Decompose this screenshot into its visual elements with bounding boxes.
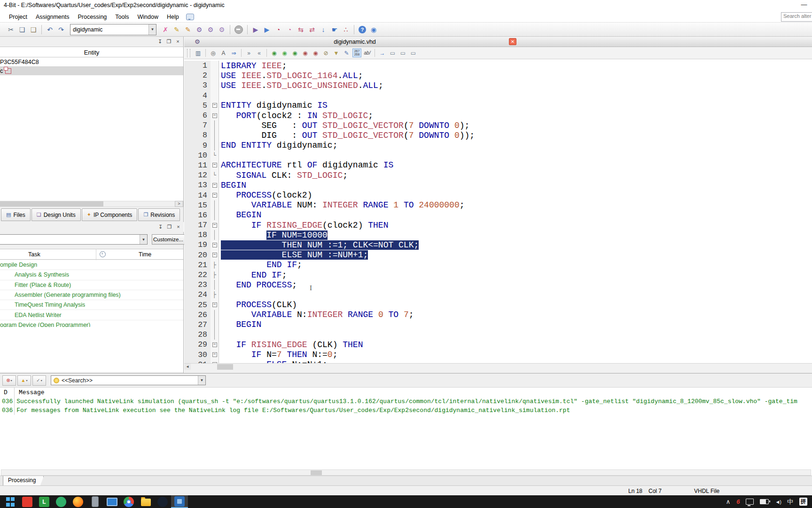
menu-window[interactable]: Window bbox=[133, 13, 163, 21]
code-line-11[interactable]: 11−ARCHITECTURE rtl OF digidynamic IS bbox=[184, 160, 812, 170]
fold-collapse-icon[interactable]: − bbox=[212, 193, 217, 198]
code-line-17[interactable]: 17− IF RISING_EDGE(clock2) THEN bbox=[184, 220, 812, 230]
minimize-button[interactable]: — bbox=[798, 1, 810, 9]
code-line-5[interactable]: 5−ENTITY digidynamic IS bbox=[184, 101, 812, 111]
fold-collapse-icon[interactable]: − bbox=[212, 352, 217, 357]
message-row[interactable]: 036 Successfully launched NativeLink sim… bbox=[0, 398, 812, 407]
code-line-27[interactable]: 27 BEGIN bbox=[184, 320, 812, 330]
entity-column-header[interactable]: Entity bbox=[0, 47, 183, 57]
code-line-28[interactable]: 28 bbox=[184, 330, 812, 340]
frame-mid-icon[interactable]: ▭ bbox=[398, 48, 407, 57]
code-line-24[interactable]: 24├ bbox=[184, 290, 812, 300]
taskbar-app-chrome[interactable] bbox=[120, 495, 137, 508]
taskbar-app-app-red[interactable] bbox=[19, 495, 36, 508]
taskbar-app-explorer[interactable] bbox=[137, 495, 154, 508]
outdent-icon[interactable]: « bbox=[255, 48, 264, 57]
task-row[interactable]: EDA Netlist Writer bbox=[0, 310, 183, 320]
task-row[interactable]: Fitter (Place & Route) bbox=[0, 280, 183, 290]
programmer-icon[interactable]: ↓ bbox=[318, 24, 328, 35]
close-tab-icon[interactable]: ✕ bbox=[509, 38, 516, 45]
fold-collapse-icon[interactable]: − bbox=[212, 223, 217, 228]
code-line-26[interactable]: 26 VARIABLE N:INTEGER RANGE 0 TO 7; bbox=[184, 310, 812, 320]
code-line-2[interactable]: 2USE IEEE.STD_LOGIC_1164.ALL; bbox=[184, 71, 812, 80]
indent-icon[interactable]: » bbox=[244, 48, 253, 57]
task-row[interactable]: Assembler (Generate programming files) bbox=[0, 290, 183, 300]
resource-icon[interactable]: ☛ bbox=[329, 24, 340, 35]
tab-scroll-right-button[interactable]: > bbox=[175, 201, 183, 207]
code-line-29[interactable]: 29− IF RISING_EDGE (CLK) THEN bbox=[184, 340, 812, 349]
tray-ime-zh-icon[interactable]: 中 bbox=[787, 498, 793, 506]
float-icon[interactable]: ❐ bbox=[165, 38, 172, 45]
code-line-31[interactable]: 31− ELSE N:=N+1; bbox=[184, 360, 812, 363]
comment-icon[interactable]: ◉ bbox=[270, 48, 279, 57]
start-compilation-icon[interactable]: ▶ bbox=[250, 24, 261, 35]
customize-button[interactable]: Customize... bbox=[152, 234, 185, 245]
message-search-combo[interactable]: <<Search>> ▼ bbox=[51, 375, 206, 385]
code-line-10[interactable]: 10└ bbox=[184, 151, 812, 160]
bookmark-add-icon[interactable]: ◉ bbox=[290, 48, 299, 57]
timequest-icon[interactable]: ◔ bbox=[273, 24, 283, 35]
code-line-13[interactable]: 13−BEGIN bbox=[184, 180, 812, 190]
pin-icon[interactable]: ↧ bbox=[156, 38, 164, 45]
settings-icon[interactable]: ⚙ bbox=[194, 24, 204, 35]
code-line-16[interactable]: 16 BEGIN bbox=[184, 210, 812, 220]
code-line-12[interactable]: 12└ SIGNAL CLK: STD_LOGIC; bbox=[184, 170, 812, 180]
fold-collapse-icon[interactable]: − bbox=[212, 302, 217, 307]
filter-info-button[interactable]: ✓▾ bbox=[32, 375, 46, 386]
task-row[interactable]: TimeQuest Timing Analysis bbox=[0, 300, 183, 310]
frame-top-icon[interactable]: ▭ bbox=[388, 48, 397, 57]
messages-hscrollbar[interactable] bbox=[1, 469, 811, 476]
template-icon[interactable]: ▼ bbox=[332, 48, 341, 57]
fold-collapse-icon[interactable]: − bbox=[212, 183, 217, 188]
tab-processing[interactable]: Processing bbox=[3, 476, 44, 486]
code-line-15[interactable]: 15 VARIABLE NUM: INTEGER RANGE 1 TO 2400… bbox=[184, 200, 812, 210]
entity-row[interactable]: P3C55F484C8 bbox=[0, 57, 183, 66]
menu-help[interactable]: Help bbox=[163, 13, 183, 21]
chevron-down-icon[interactable]: ▼ bbox=[148, 24, 156, 35]
frame-bottom-icon[interactable]: ▭ bbox=[409, 48, 418, 57]
close-icon[interactable]: × bbox=[174, 38, 181, 45]
code-line-19[interactable]: 19− THEN NUM :=1; CLK<=NOT CLK; bbox=[184, 240, 812, 250]
fold-collapse-icon[interactable]: − bbox=[212, 243, 217, 247]
entity-row[interactable]: c bbox=[0, 66, 183, 75]
scroll-left-icon[interactable]: ◄ bbox=[184, 364, 191, 370]
close-icon[interactable]: × bbox=[175, 223, 182, 230]
cut-icon[interactable]: ✂ bbox=[6, 24, 16, 35]
filter-warnings-button[interactable]: ▲▾ bbox=[17, 375, 31, 386]
search-altera-input[interactable]: Search alter bbox=[781, 12, 812, 22]
edit-mode-icon[interactable]: ✎ bbox=[342, 48, 351, 57]
file-commands-icon[interactable]: ▥ bbox=[194, 48, 203, 57]
stop-icon[interactable] bbox=[234, 25, 243, 34]
editor-hscrollbar[interactable]: ◄ bbox=[184, 363, 812, 370]
taskbar-app-steam[interactable] bbox=[154, 495, 171, 508]
netlist-viewer-icon[interactable]: ⇆ bbox=[296, 24, 306, 35]
copy-icon[interactable]: ❏ bbox=[17, 24, 27, 35]
code-line-7[interactable]: 7 SEG : OUT STD_LOGIC_VECTOR(7 DOWNTO 0)… bbox=[184, 120, 812, 130]
assignment-editor-icon[interactable]: ✎ bbox=[172, 24, 182, 35]
hierarchy-icon[interactable]: ∴ bbox=[341, 24, 351, 35]
timing-analyzer-icon[interactable]: ◔ bbox=[284, 24, 295, 35]
tray-volume-icon[interactable]: ◄) bbox=[775, 499, 781, 505]
code-line-3[interactable]: 3USE IEEE.STD_LOGIC_UNSIGNED.ALL; bbox=[184, 80, 812, 90]
taskbar-app-app-green-l[interactable]: L bbox=[36, 495, 53, 508]
float-icon[interactable]: ❐ bbox=[166, 223, 173, 230]
task-row[interactable]: ompile Design bbox=[0, 260, 183, 270]
pin-icon[interactable]: ↧ bbox=[157, 223, 164, 230]
fold-collapse-icon[interactable]: − bbox=[212, 342, 217, 347]
fold-collapse-icon[interactable]: − bbox=[212, 253, 217, 257]
code-line-30[interactable]: 30− IF N=7 THEN N:=0; bbox=[184, 349, 812, 359]
device-icon[interactable]: ⚙ bbox=[205, 24, 216, 35]
paste-icon[interactable]: ❑ bbox=[28, 24, 39, 35]
chevron-down-icon[interactable]: ▼ bbox=[198, 376, 205, 385]
rtl-viewer-icon[interactable]: ⇄ bbox=[307, 24, 317, 35]
code-line-8[interactable]: 8 DIG : OUT STD_LOGIC_VECTOR(7 DOWNTO 0)… bbox=[184, 130, 812, 140]
word-wrap-icon[interactable]: ab/ bbox=[363, 48, 372, 57]
editor-hscroll-thumb[interactable] bbox=[217, 364, 233, 370]
taskbar-app-app-green[interactable] bbox=[53, 495, 70, 508]
code-line-21[interactable]: 21├ END IF; bbox=[184, 260, 812, 270]
tray-battery-icon[interactable] bbox=[760, 499, 769, 504]
taskbar-app-quartus[interactable] bbox=[171, 495, 188, 508]
tab-files[interactable]: ▤Files bbox=[1, 208, 31, 221]
line-numbers-icon[interactable]: 267268 bbox=[352, 48, 361, 57]
menu-processing[interactable]: Processing bbox=[73, 13, 111, 21]
